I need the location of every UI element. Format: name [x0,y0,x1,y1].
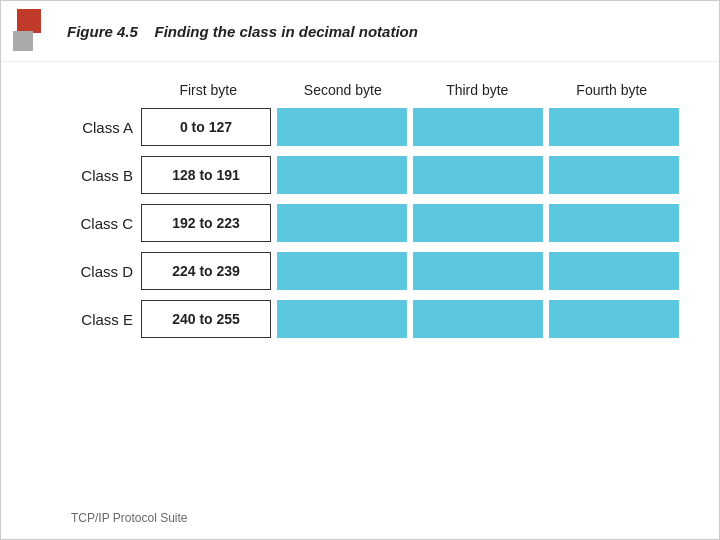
figure-title: Finding the class in decimal notation [155,23,418,40]
col-header-fourth: Fourth byte [545,82,680,98]
main-content: First byte Second byte Third byte Fourth… [1,62,719,350]
figure-label: Figure 4.5 [67,23,138,40]
row-label-3: Class D [41,263,141,280]
third-byte-box-1 [413,156,543,194]
fourth-byte-box-3 [549,252,679,290]
column-headers: First byte Second byte Third byte Fourth… [141,82,679,98]
first-byte-box-2: 192 to 223 [141,204,271,242]
second-byte-box-3 [277,252,407,290]
third-byte-box-4 [413,300,543,338]
second-byte-box-1 [277,156,407,194]
row-label-1: Class B [41,167,141,184]
header-title: Figure 4.5 Finding the class in decimal … [67,23,418,40]
table-row: Class D224 to 239 [41,250,679,292]
row-label-2: Class C [41,215,141,232]
row-label-0: Class A [41,119,141,136]
third-byte-box-0 [413,108,543,146]
header: Figure 4.5 Finding the class in decimal … [1,1,719,62]
col-header-second: Second byte [276,82,411,98]
table-row: Class A0 to 127 [41,106,679,148]
first-byte-box-1: 128 to 191 [141,156,271,194]
logo-icon [13,9,57,53]
page-container: Figure 4.5 Finding the class in decimal … [0,0,720,540]
row-label-4: Class E [41,311,141,328]
table-row: Class C192 to 223 [41,202,679,244]
fourth-byte-box-4 [549,300,679,338]
third-byte-box-3 [413,252,543,290]
logo-gray-square [13,31,33,51]
table-body: Class A0 to 127Class B128 to 191Class C1… [41,106,679,340]
first-byte-box-0: 0 to 127 [141,108,271,146]
fourth-byte-box-2 [549,204,679,242]
logo-red-square [17,9,41,33]
col-header-third: Third byte [410,82,545,98]
third-byte-box-2 [413,204,543,242]
second-byte-box-2 [277,204,407,242]
table-row: Class E240 to 255 [41,298,679,340]
first-byte-box-3: 224 to 239 [141,252,271,290]
fourth-byte-box-0 [549,108,679,146]
footer-text: TCP/IP Protocol Suite [71,511,188,525]
second-byte-box-4 [277,300,407,338]
table-row: Class B128 to 191 [41,154,679,196]
second-byte-box-0 [277,108,407,146]
first-byte-box-4: 240 to 255 [141,300,271,338]
fourth-byte-box-1 [549,156,679,194]
col-header-first: First byte [141,82,276,98]
